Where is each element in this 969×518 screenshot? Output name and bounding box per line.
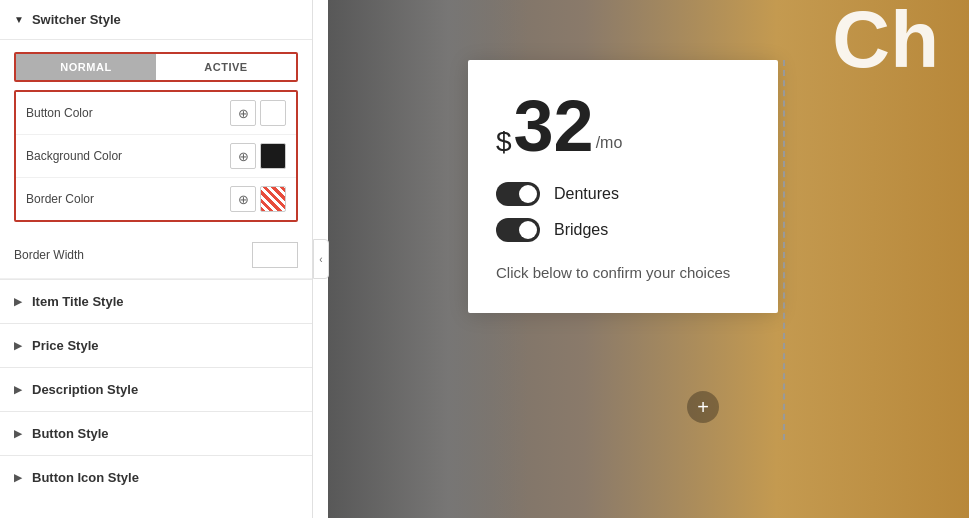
item-title-style-header[interactable]: ▶ Item Title Style [0,280,312,323]
toggle-item-dentures: Dentures [496,182,750,206]
background-color-row: Background Color ⊕ [16,135,296,178]
active-tab[interactable]: ACTIVE [156,54,296,80]
chevron-down-icon: ▼ [14,14,24,25]
description-style-label: Description Style [32,382,138,397]
button-icon-style-section: ▶ Button Icon Style [0,455,312,499]
toggle-switch-bridges[interactable] [496,218,540,242]
background-color-label: Background Color [26,149,230,163]
border-width-input[interactable] [252,242,298,268]
toggle-label-bridges: Bridges [554,221,608,239]
button-color-row: Button Color ⊕ [16,92,296,135]
background-color-globe[interactable]: ⊕ [230,143,256,169]
border-width-label: Border Width [14,248,252,262]
toggle-switch-dentures[interactable] [496,182,540,206]
item-title-style-label: Item Title Style [32,294,124,309]
tab-row: NORMAL ACTIVE [14,52,298,82]
price-dollar-sign: $ [496,128,512,156]
button-icon-style-chevron-icon: ▶ [14,472,22,483]
price-style-header[interactable]: ▶ Price Style [0,324,312,367]
price-style-label: Price Style [32,338,99,353]
button-color-globe[interactable]: ⊕ [230,100,256,126]
toggle-knob-bridges [519,221,537,239]
button-color-swatch[interactable] [260,100,286,126]
border-width-row: Border Width [0,232,312,279]
toggle-label-dentures: Dentures [554,185,619,203]
price-style-section: ▶ Price Style [0,323,312,367]
price-row: $ 32 /mo [496,90,750,162]
item-title-style-section: ▶ Item Title Style [0,279,312,323]
pricing-card: $ 32 /mo Dentures Bridges Click below to… [468,60,778,313]
left-panel: ▼ Switcher Style NORMAL ACTIVE Button Co… [0,0,313,518]
item-title-chevron-icon: ▶ [14,296,22,307]
toggle-knob-dentures [519,185,537,203]
button-style-label: Button Style [32,426,109,441]
button-color-actions: ⊕ [230,100,286,126]
background-color-actions: ⊕ [230,143,286,169]
confirm-text: Click below to confirm your choices [496,262,750,285]
collapse-panel-button[interactable]: ‹ [313,239,329,279]
description-style-header[interactable]: ▶ Description Style [0,368,312,411]
add-button[interactable]: + [687,391,719,423]
border-color-actions: ⊕ [230,186,286,212]
color-rows-container: Button Color ⊕ Background Color ⊕ Border… [14,90,298,222]
button-style-chevron-icon: ▶ [14,428,22,439]
big-text-overlay: Ch [832,0,939,80]
price-period: /mo [596,134,623,152]
description-style-chevron-icon: ▶ [14,384,22,395]
button-icon-style-header[interactable]: ▶ Button Icon Style [0,456,312,499]
button-style-section: ▶ Button Style [0,411,312,455]
switcher-style-header[interactable]: ▼ Switcher Style [0,0,312,40]
border-color-swatch[interactable] [260,186,286,212]
description-style-section: ▶ Description Style [0,367,312,411]
dashed-border-line [783,60,785,440]
button-color-label: Button Color [26,106,230,120]
normal-tab[interactable]: NORMAL [16,54,156,80]
background-color-swatch[interactable] [260,143,286,169]
border-color-row: Border Color ⊕ [16,178,296,220]
button-style-header[interactable]: ▶ Button Style [0,412,312,455]
toggle-item-bridges: Bridges [496,218,750,242]
button-icon-style-label: Button Icon Style [32,470,139,485]
switcher-style-label: Switcher Style [32,12,121,27]
right-panel: Ch $ 32 /mo Dentures Bridges Click below… [328,0,969,518]
border-color-label: Border Color [26,192,230,206]
border-color-globe[interactable]: ⊕ [230,186,256,212]
price-style-chevron-icon: ▶ [14,340,22,351]
price-number: 32 [514,90,594,162]
